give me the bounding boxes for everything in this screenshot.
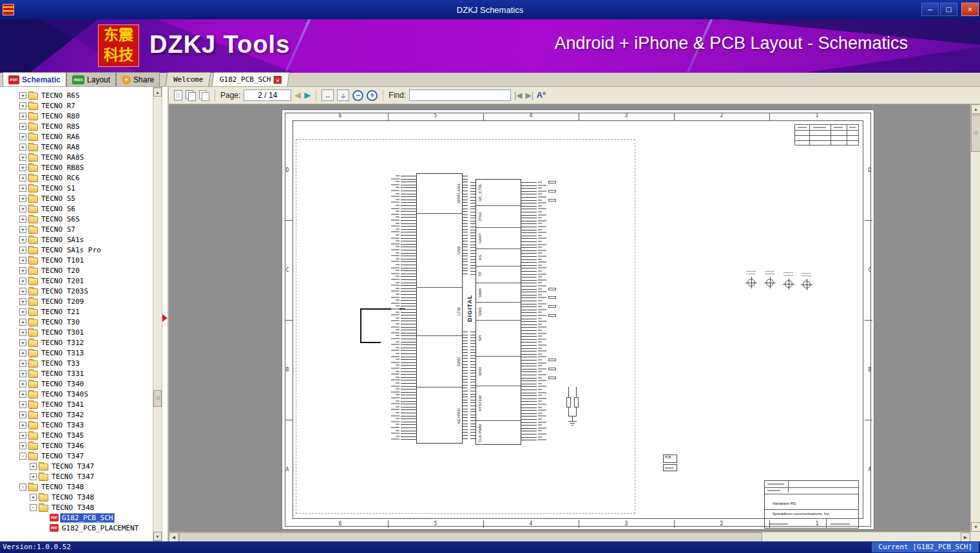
tree-item-g182-pcb-placement[interactable]: PDFG182_PCB_PLACEMENT bbox=[0, 523, 152, 533]
schematic-canvas[interactable]: SPI/FLASHUSBLCMGPIOKEYPAD I2C_CTRLJTAGUA… bbox=[169, 104, 970, 532]
tree-item-tecno-t101[interactable]: +TECNO T101 bbox=[0, 255, 152, 265]
collapse-icon[interactable]: - bbox=[19, 453, 26, 460]
tree-item-label[interactable]: TECNO T343 bbox=[40, 421, 85, 429]
tree-item-label[interactable]: TECNO T348 bbox=[50, 493, 95, 501]
expand-icon[interactable]: + bbox=[30, 473, 37, 480]
expand-icon[interactable]: + bbox=[19, 432, 26, 439]
minimize-button[interactable]: – bbox=[921, 3, 939, 16]
tree-item-tecno-s6[interactable]: +TECNO S6 bbox=[0, 203, 152, 214]
close-button[interactable]: × bbox=[961, 3, 979, 16]
tree-item-tecno-ra8[interactable]: +TECNO RA8 bbox=[0, 142, 152, 152]
sidebar-scrollbar[interactable]: ▲ ▼ bbox=[153, 87, 162, 541]
find-input[interactable] bbox=[409, 89, 511, 101]
tree-item-tecno-t343[interactable]: +TECNO T343 bbox=[0, 420, 152, 430]
expand-icon[interactable]: + bbox=[19, 216, 26, 223]
vertical-scrollbar[interactable]: ▲ ▼ bbox=[970, 104, 980, 532]
tree-item-tecno-t347[interactable]: +TECNO T347 bbox=[0, 471, 152, 482]
tree-item-label[interactable]: TECNO R6S bbox=[40, 91, 81, 100]
tree-item-label[interactable]: TECNO T312 bbox=[40, 339, 85, 347]
sidebar-scroll-thumb[interactable] bbox=[153, 390, 162, 407]
maximize-button[interactable]: □ bbox=[940, 3, 957, 16]
expand-icon[interactable]: + bbox=[19, 267, 26, 274]
tree-item-tecno-t340s[interactable]: +TECNO T340S bbox=[0, 389, 152, 399]
tree-item-label[interactable]: TECNO T348 bbox=[40, 483, 85, 491]
single-page-icon[interactable] bbox=[174, 90, 182, 100]
tree-item-label[interactable]: TECNO T203S bbox=[40, 287, 90, 295]
tree-item-tecno-t348[interactable]: +TECNO T348 bbox=[0, 492, 152, 502]
tree-item-tecno-r6s[interactable]: +TECNO R6S bbox=[0, 90, 152, 100]
expand-icon[interactable]: + bbox=[19, 277, 26, 285]
tree-item-label[interactable]: G182_PCB_PLACEMENT bbox=[61, 524, 140, 532]
tab-layout[interactable]: PADSLayout bbox=[66, 72, 116, 86]
expand-icon[interactable]: + bbox=[19, 257, 26, 264]
tree-item-label[interactable]: TECNO RB8S bbox=[40, 164, 85, 172]
expand-icon[interactable]: + bbox=[19, 123, 26, 130]
tree-item-tecno-t209[interactable]: +TECNO T209 bbox=[0, 296, 152, 306]
zoom-out-icon[interactable]: − bbox=[352, 90, 363, 101]
fiducial-marker[interactable] bbox=[785, 280, 793, 288]
next-page-icon[interactable]: ▶ bbox=[304, 89, 311, 101]
tree-item-label[interactable]: TECNO R80 bbox=[40, 112, 81, 120]
tree-item-tecno-t301[interactable]: +TECNO T301 bbox=[0, 327, 152, 337]
tree-item-label[interactable]: TECNO R8S bbox=[40, 122, 81, 131]
find-previous-icon[interactable]: |◀ bbox=[514, 91, 522, 100]
tree-item-label[interactable]: TECNO S7 bbox=[40, 225, 77, 234]
expand-icon[interactable]: + bbox=[19, 298, 26, 305]
tree-item-label[interactable]: TECNO R7 bbox=[40, 102, 77, 110]
tree-item-label[interactable]: TECNO T20 bbox=[40, 267, 81, 275]
tree-item-tecno-rc6[interactable]: +TECNO RC6 bbox=[0, 173, 152, 183]
tree-item-tecno-sa1s-pro[interactable]: +TECNO SA1s Pro bbox=[0, 245, 152, 255]
tree-item-label[interactable]: TECNO T342 bbox=[40, 411, 85, 419]
tree-item-tecno-t30[interactable]: +TECNO T30 bbox=[0, 317, 152, 327]
previous-page-icon[interactable]: ◀ bbox=[294, 89, 301, 101]
scroll-down-icon[interactable]: ▼ bbox=[971, 522, 980, 532]
tree-item-tecno-t342[interactable]: +TECNO T342 bbox=[0, 409, 152, 420]
zoom-in-icon[interactable]: + bbox=[367, 90, 378, 101]
expand-icon[interactable]: + bbox=[19, 350, 26, 357]
expand-icon[interactable]: + bbox=[19, 339, 26, 346]
expand-icon[interactable]: + bbox=[19, 185, 26, 192]
expand-icon[interactable]: + bbox=[19, 174, 26, 182]
tree-item-label[interactable]: TECNO T21 bbox=[40, 308, 81, 316]
tree-item-label[interactable]: TECNO T345 bbox=[40, 431, 85, 440]
tab-share[interactable]: +Share bbox=[116, 72, 160, 86]
tree-item-label[interactable]: TECNO T201 bbox=[40, 277, 85, 285]
close-icon[interactable]: × bbox=[274, 76, 282, 84]
tree-item-tecno-t346[interactable]: +TECNO T346 bbox=[0, 440, 152, 451]
tree-item-tecno-r7[interactable]: +TECNO R7 bbox=[0, 100, 152, 111]
tree-item-label[interactable]: TECNO RA8 bbox=[40, 143, 81, 151]
tree-item-tecno-t348[interactable]: -TECNO T348 bbox=[0, 482, 152, 492]
scroll-up-icon[interactable]: ▲ bbox=[971, 104, 980, 114]
expand-icon[interactable]: + bbox=[19, 164, 26, 171]
tree-item-tecno-r80[interactable]: +TECNO R80 bbox=[0, 111, 152, 121]
tree-item-label[interactable]: TECNO SA1s Pro bbox=[40, 246, 102, 254]
horizontal-scrollbar[interactable]: ◀ ▶ bbox=[169, 532, 970, 541]
tree-item-tecno-t313[interactable]: +TECNO T313 bbox=[0, 348, 152, 358]
expand-icon[interactable]: + bbox=[19, 442, 26, 449]
expand-icon[interactable]: + bbox=[19, 133, 26, 140]
tree-item-label[interactable]: TECNO S6S bbox=[40, 215, 81, 223]
expand-icon[interactable]: + bbox=[19, 226, 26, 233]
expand-icon[interactable]: + bbox=[19, 247, 26, 254]
find-next-icon[interactable]: ▶| bbox=[525, 91, 533, 100]
tree-item-label[interactable]: TECNO S1 bbox=[40, 184, 77, 192]
tree-item-label[interactable]: TECNO T340S bbox=[40, 390, 90, 398]
expand-icon[interactable]: + bbox=[19, 92, 26, 99]
expand-icon[interactable]: + bbox=[19, 195, 26, 202]
fiducial-marker[interactable] bbox=[766, 279, 774, 286]
facing-pages-icon[interactable] bbox=[186, 90, 196, 100]
expand-icon[interactable]: + bbox=[19, 370, 26, 377]
expand-icon[interactable]: + bbox=[19, 205, 26, 212]
text-size-icon[interactable]: Aa bbox=[537, 90, 546, 100]
horizontal-scroll-thumb[interactable] bbox=[179, 532, 762, 542]
tree-item-tecno-t20[interactable]: +TECNO T20 bbox=[0, 265, 152, 276]
tree-item-label[interactable]: TECNO RC6 bbox=[40, 174, 81, 182]
tree-item-label[interactable]: TECNO T33 bbox=[40, 359, 81, 368]
expand-icon[interactable]: + bbox=[19, 401, 26, 408]
tree-item-label[interactable]: TECNO T313 bbox=[40, 349, 85, 357]
tree-item-label[interactable]: TECNO T30 bbox=[40, 318, 81, 326]
expand-icon[interactable]: + bbox=[19, 329, 26, 336]
tree-item-tecno-t201[interactable]: +TECNO T201 bbox=[0, 276, 152, 286]
expand-icon[interactable]: + bbox=[19, 411, 26, 418]
tree-item-tecno-s6s[interactable]: +TECNO S6S bbox=[0, 214, 152, 224]
